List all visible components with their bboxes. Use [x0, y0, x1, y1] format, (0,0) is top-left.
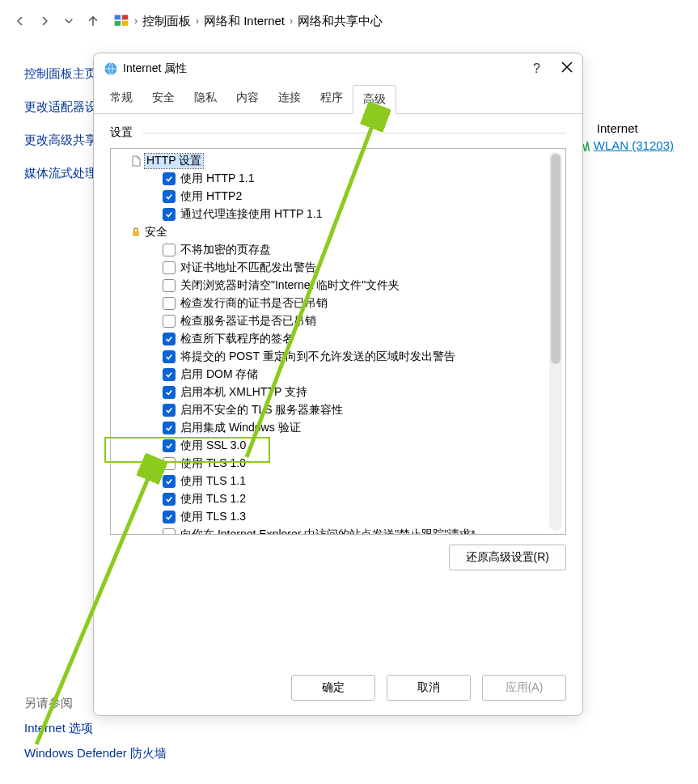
item-sec-k[interactable]: 启用集成 Windows 验证: [114, 419, 565, 437]
tab-privacy[interactable]: 隐私: [184, 84, 226, 113]
svg-rect-5: [133, 231, 139, 236]
tab-general[interactable]: 常规: [100, 84, 142, 113]
item-sec-f[interactable]: 检查所下载程序的签名: [114, 330, 565, 348]
tab-programs[interactable]: 程序: [311, 84, 353, 113]
item-sec-b[interactable]: 对证书地址不匹配发出警告: [114, 259, 565, 277]
control-panel-icon: [113, 13, 129, 29]
globe-icon: [104, 61, 118, 76]
internet-properties-dialog: Internet 属性 ? 常规 安全 隐私 内容 连接 程序 高级 设置: [93, 53, 583, 716]
apply-button[interactable]: 应用(A): [482, 675, 566, 701]
scrollbar-track[interactable]: [549, 152, 562, 531]
breadcrumb-page[interactable]: 网络和共享中心: [298, 14, 383, 29]
see-also-ie-options[interactable]: Internet 选项: [24, 721, 167, 736]
breadcrumb-root[interactable]: 控制面板: [142, 14, 191, 29]
svg-rect-3: [122, 21, 129, 26]
page-icon: [130, 155, 142, 167]
item-http2[interactable]: 使用 HTTP2: [114, 188, 565, 206]
item-http-proxy[interactable]: 通过代理连接使用 HTTP 1.1: [114, 206, 565, 223]
item-sec-tls10[interactable]: 使用 TLS 1.0: [114, 455, 565, 473]
network-type: Internet: [576, 121, 674, 135]
scrollbar-thumb[interactable]: [551, 154, 561, 364]
breadcrumb[interactable]: › 控制面板 › 网络和 Internet › 网络和共享中心: [113, 13, 383, 29]
tab-connections[interactable]: 连接: [269, 84, 311, 113]
group-http: HTTP 设置: [114, 152, 565, 170]
network-info: Internet WLAN (31203): [576, 121, 674, 152]
forward-icon[interactable]: [37, 14, 52, 28]
tab-security[interactable]: 安全: [142, 84, 184, 113]
breadcrumb-cat[interactable]: 网络和 Internet: [204, 14, 285, 29]
dialog-tabs: 常规 安全 隐私 内容 连接 程序 高级: [94, 84, 582, 114]
lock-icon: [130, 227, 142, 238]
item-sec-tls13[interactable]: 使用 TLS 1.3: [114, 508, 565, 526]
tab-advanced[interactable]: 高级: [353, 85, 396, 114]
close-icon[interactable]: [561, 61, 573, 76]
item-sec-dnt[interactable]: 向你在 Internet Explorer 中访问的站点发送"禁止跟踪"请求*: [114, 526, 565, 535]
group-security: 安全: [114, 223, 565, 241]
item-sec-h[interactable]: 启用 DOM 存储: [114, 366, 565, 384]
item-sec-a[interactable]: 不将加密的页存盘: [114, 241, 565, 259]
svg-rect-1: [122, 15, 129, 20]
dialog-titlebar: Internet 属性 ?: [94, 53, 582, 84]
navbar: › 控制面板 › 网络和 Internet › 网络和共享中心: [0, 0, 698, 42]
item-sec-ssl30[interactable]: 使用 SSL 3.0: [114, 437, 565, 455]
item-sec-g[interactable]: 将提交的 POST 重定向到不允许发送的区域时发出警告: [114, 348, 565, 366]
advanced-settings-area: 设置 HTTP 设置 使用 HTTP 1.1 使用 HTTP2 通过代理连接使: [94, 114, 582, 663]
item-sec-j[interactable]: 启用不安全的 TLS 服务器兼容性: [114, 401, 565, 419]
back-icon[interactable]: [13, 14, 27, 28]
help-icon[interactable]: ?: [533, 61, 540, 76]
up-icon[interactable]: [86, 14, 100, 28]
dialog-title: Internet 属性: [123, 61, 187, 76]
item-sec-d[interactable]: 检查发行商的证书是否已吊销: [114, 295, 565, 312]
item-http11[interactable]: 使用 HTTP 1.1: [114, 170, 565, 188]
chevron-down-icon[interactable]: [61, 14, 76, 28]
ok-button[interactable]: 确定: [291, 675, 375, 701]
network-link[interactable]: WLAN (31203): [594, 138, 674, 152]
see-also-firewall[interactable]: Windows Defender 防火墙: [24, 746, 167, 761]
nav-buttons: [13, 14, 100, 28]
svg-rect-0: [115, 15, 121, 20]
item-sec-tls11[interactable]: 使用 TLS 1.1: [114, 473, 565, 490]
cancel-button[interactable]: 取消: [387, 675, 471, 701]
item-sec-tls12[interactable]: 使用 TLS 1.2: [114, 490, 565, 508]
item-sec-e[interactable]: 检查服务器证书是否已吊销: [114, 312, 565, 330]
tab-content[interactable]: 内容: [226, 84, 269, 113]
settings-label: 设置: [110, 125, 133, 140]
item-sec-c[interactable]: 关闭浏览器时清空"Internet 临时文件"文件夹: [114, 277, 565, 295]
settings-tree[interactable]: HTTP 设置 使用 HTTP 1.1 使用 HTTP2 通过代理连接使用 HT…: [110, 148, 566, 535]
item-sec-i[interactable]: 启用本机 XMLHTTP 支持: [114, 384, 565, 401]
svg-rect-2: [115, 21, 121, 26]
restore-defaults-button[interactable]: 还原高级设置(R): [449, 545, 566, 570]
dialog-buttons: 确定 取消 应用(A): [94, 663, 582, 715]
